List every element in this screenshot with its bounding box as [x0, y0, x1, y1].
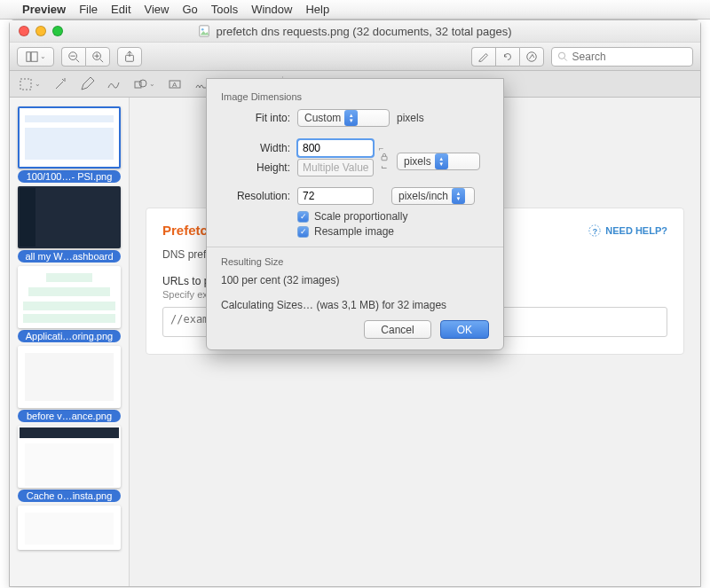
menu-window[interactable]: Window	[251, 3, 292, 16]
selection-tool[interactable]: ⌄	[19, 77, 41, 91]
fit-into-select[interactable]: Custom▲▼	[297, 109, 390, 127]
fit-unit: pixels	[397, 112, 424, 124]
width-label: Width:	[221, 142, 297, 154]
thumbnail-item[interactable]: Applicati…oring.png	[18, 266, 121, 342]
zoom-out-icon	[67, 51, 80, 63]
svg-rect-25	[382, 156, 387, 161]
instant-alpha-tool[interactable]	[53, 77, 67, 91]
svg-text:?: ?	[593, 226, 597, 235]
thumbnail-label: 100/100…- PSI.png	[18, 170, 121, 183]
thumbnail-sidebar[interactable]: 100/100…- PSI.png all my W…ashboard Appl…	[10, 98, 130, 586]
highlight-button[interactable]	[471, 47, 495, 67]
annotate-group	[471, 47, 544, 67]
markup-button[interactable]	[519, 47, 544, 67]
width-input[interactable]	[297, 139, 374, 157]
resulting-percent: 100 per cent (32 images)	[221, 274, 489, 286]
text-icon: A	[168, 77, 182, 91]
zoom-group	[61, 47, 110, 67]
resolution-input[interactable]	[297, 187, 374, 205]
thumbnail-item[interactable]: before v…ance.png	[18, 346, 121, 422]
resolution-label: Resolution:	[221, 190, 297, 202]
svg-point-17	[139, 80, 146, 87]
macos-menubar: Preview File Edit View Go Tools Window H…	[0, 0, 710, 20]
menu-go[interactable]: Go	[182, 3, 197, 16]
draw-tool[interactable]	[106, 77, 121, 91]
app-name[interactable]: Preview	[22, 3, 66, 16]
thumbnail-label: before v…ance.png	[18, 410, 121, 422]
resize-dialog: Image Dimensions Fit into: Custom▲▼ pixe…	[206, 78, 504, 350]
resample-image-checkbox[interactable]: ✓ Resample image	[297, 225, 489, 238]
zoom-in-button[interactable]	[85, 47, 110, 67]
share-icon	[123, 51, 136, 63]
thumbnail-item[interactable]: Cache o…insta.png	[18, 426, 121, 502]
menu-edit[interactable]: Edit	[111, 3, 130, 16]
svg-rect-15	[20, 79, 31, 90]
thumbnail-label: all my W…ashboard	[18, 250, 121, 263]
shapes-icon	[133, 77, 147, 91]
main-toolbar: ⌄	[10, 43, 700, 71]
svg-text:A: A	[172, 81, 178, 89]
svg-point-1	[201, 28, 204, 31]
view-mode-button[interactable]: ⌄	[17, 47, 54, 67]
zoom-in-icon	[91, 51, 104, 63]
titlebar: prefetch dns requests.png (32 documents,…	[10, 20, 700, 43]
magic-wand-icon	[53, 77, 67, 91]
resolution-unit-select[interactable]: pixels/inch▲▼	[391, 187, 475, 205]
section-resulting-size: Resulting Size	[221, 256, 489, 267]
search-field[interactable]	[551, 47, 693, 67]
lock-icon[interactable]	[379, 152, 390, 162]
thumbnail-item[interactable]: 100/100…- PSI.png	[18, 106, 121, 183]
text-tool[interactable]: A	[168, 77, 182, 91]
height-input[interactable]	[297, 159, 374, 176]
dimension-unit-select[interactable]: pixels▲▼	[397, 153, 480, 170]
svg-rect-2	[26, 51, 29, 61]
svg-line-14	[564, 59, 567, 61]
sketch-tool[interactable]	[80, 77, 94, 91]
thumbnail-item[interactable]: all my W…ashboard	[18, 186, 121, 263]
rotate-icon	[501, 51, 514, 63]
ok-button[interactable]: OK	[440, 320, 489, 339]
section-image-dimensions: Image Dimensions	[221, 91, 489, 102]
draw-icon	[106, 77, 121, 91]
thumbnail-label: Applicati…oring.png	[18, 330, 121, 342]
markup-icon	[525, 51, 538, 63]
cancel-button[interactable]: Cancel	[364, 320, 430, 339]
need-help-link[interactable]: ? NEED HELP?	[588, 224, 667, 237]
menu-help[interactable]: Help	[305, 3, 329, 16]
svg-rect-16	[135, 82, 141, 88]
svg-line-5	[76, 59, 80, 62]
search-icon	[557, 51, 568, 62]
svg-point-13	[558, 52, 564, 59]
share-button[interactable]	[117, 47, 142, 67]
search-input[interactable]	[572, 51, 687, 63]
scale-proportionally-checkbox[interactable]: ✓ Scale proportionally	[297, 210, 489, 223]
fit-into-label: Fit into:	[221, 112, 297, 124]
checkbox-checked-icon: ✓	[297, 226, 309, 238]
shapes-tool[interactable]: ⌄	[133, 77, 155, 91]
svg-line-8	[100, 59, 104, 62]
svg-point-12	[527, 51, 537, 61]
selection-rect-icon	[19, 77, 33, 91]
thumbnail-item[interactable]	[18, 506, 121, 550]
checkbox-checked-icon: ✓	[297, 211, 309, 223]
resulting-calc: Calculating Sizes… (was 3,1 MB) for 32 i…	[221, 299, 489, 311]
highlighter-icon	[477, 51, 490, 63]
menu-file[interactable]: File	[79, 3, 98, 16]
thumbnail-label: Cache o…insta.png	[18, 490, 121, 502]
height-label: Height:	[221, 161, 297, 174]
svg-rect-3	[31, 51, 37, 61]
window-title: prefetch dns requests.png (32 documents,…	[10, 25, 700, 38]
menu-view[interactable]: View	[145, 3, 170, 16]
zoom-out-button[interactable]	[61, 47, 85, 67]
rotate-button[interactable]	[495, 47, 519, 67]
pencil-icon	[80, 77, 94, 91]
help-icon: ?	[588, 224, 601, 237]
sidebar-icon	[26, 51, 38, 63]
image-file-icon	[198, 25, 210, 37]
menu-tools[interactable]: Tools	[211, 3, 238, 16]
